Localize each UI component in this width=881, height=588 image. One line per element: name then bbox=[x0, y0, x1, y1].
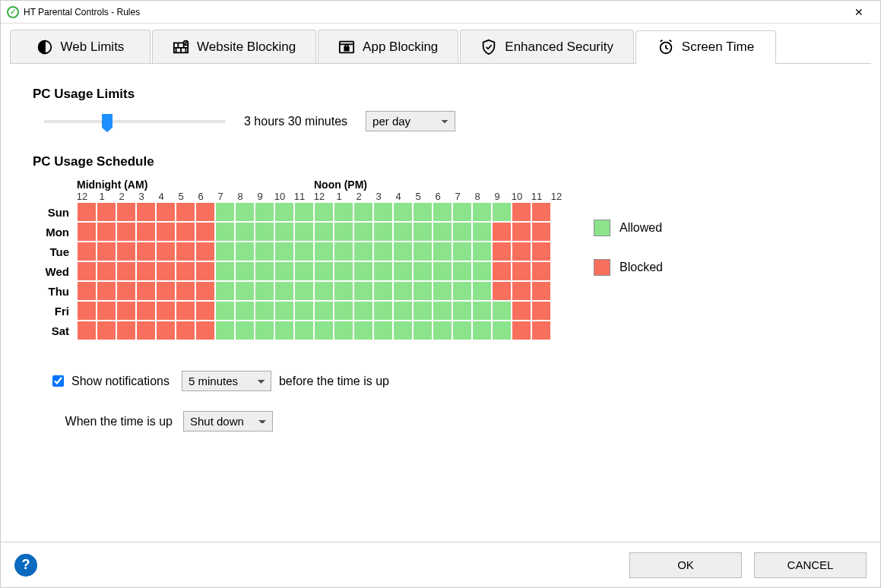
schedule-cell[interactable] bbox=[531, 202, 551, 222]
schedule-cell[interactable] bbox=[235, 261, 255, 281]
schedule-cell[interactable] bbox=[512, 202, 531, 222]
schedule-cell[interactable] bbox=[294, 321, 314, 340]
schedule-cell[interactable] bbox=[334, 321, 353, 340]
schedule-cell[interactable] bbox=[314, 242, 334, 261]
schedule-cell[interactable] bbox=[176, 301, 195, 321]
schedule-cell[interactable] bbox=[531, 301, 551, 321]
schedule-cell[interactable] bbox=[235, 281, 255, 301]
schedule-cell[interactable] bbox=[176, 202, 195, 222]
schedule-cell[interactable] bbox=[274, 202, 294, 222]
schedule-cell[interactable] bbox=[334, 242, 353, 261]
schedule-cell[interactable] bbox=[195, 321, 215, 340]
schedule-cell[interactable] bbox=[136, 242, 156, 261]
schedule-cell[interactable] bbox=[452, 301, 472, 321]
schedule-cell[interactable] bbox=[116, 321, 136, 340]
schedule-cell[interactable] bbox=[314, 202, 334, 222]
schedule-cell[interactable] bbox=[413, 261, 433, 281]
schedule-cell[interactable] bbox=[353, 281, 373, 301]
schedule-cell[interactable] bbox=[413, 301, 433, 321]
schedule-cell[interactable] bbox=[97, 222, 116, 242]
schedule-cell[interactable] bbox=[393, 222, 413, 242]
schedule-cell[interactable] bbox=[512, 321, 531, 340]
schedule-cell[interactable] bbox=[472, 301, 492, 321]
schedule-cell[interactable] bbox=[353, 222, 373, 242]
schedule-cell[interactable] bbox=[156, 242, 176, 261]
schedule-cell[interactable] bbox=[176, 321, 195, 340]
schedule-cell[interactable] bbox=[294, 202, 314, 222]
schedule-cell[interactable] bbox=[334, 281, 353, 301]
schedule-cell[interactable] bbox=[235, 301, 255, 321]
schedule-cell[interactable] bbox=[116, 261, 136, 281]
schedule-cell[interactable] bbox=[235, 242, 255, 261]
schedule-cell[interactable] bbox=[294, 281, 314, 301]
schedule-cell[interactable] bbox=[255, 202, 274, 222]
show-notifications-checkbox[interactable] bbox=[52, 375, 64, 387]
schedule-cell[interactable] bbox=[393, 202, 413, 222]
schedule-cell[interactable] bbox=[215, 301, 235, 321]
schedule-grid[interactable]: SunMonTueWedThuFriSat bbox=[33, 202, 566, 340]
schedule-cell[interactable] bbox=[77, 301, 97, 321]
schedule-cell[interactable] bbox=[156, 321, 176, 340]
schedule-cell[interactable] bbox=[97, 242, 116, 261]
schedule-cell[interactable] bbox=[215, 321, 235, 340]
schedule-cell[interactable] bbox=[235, 222, 255, 242]
schedule-cell[interactable] bbox=[433, 281, 452, 301]
schedule-cell[interactable] bbox=[334, 301, 353, 321]
schedule-cell[interactable] bbox=[433, 202, 452, 222]
schedule-cell[interactable] bbox=[512, 261, 531, 281]
schedule-cell[interactable] bbox=[215, 202, 235, 222]
schedule-cell[interactable] bbox=[136, 321, 156, 340]
schedule-cell[interactable] bbox=[472, 321, 492, 340]
schedule-cell[interactable] bbox=[136, 301, 156, 321]
schedule-cell[interactable] bbox=[393, 301, 413, 321]
schedule-cell[interactable] bbox=[433, 261, 452, 281]
schedule-cell[interactable] bbox=[531, 321, 551, 340]
usage-limit-period-select[interactable]: per day bbox=[366, 111, 455, 131]
schedule-cell[interactable] bbox=[452, 222, 472, 242]
schedule-cell[interactable] bbox=[492, 202, 512, 222]
schedule-cell[interactable] bbox=[215, 261, 235, 281]
schedule-cell[interactable] bbox=[215, 222, 235, 242]
schedule-cell[interactable] bbox=[294, 301, 314, 321]
schedule-cell[interactable] bbox=[531, 242, 551, 261]
schedule-cell[interactable] bbox=[116, 202, 136, 222]
schedule-cell[interactable] bbox=[156, 301, 176, 321]
cancel-button[interactable]: CANCEL bbox=[754, 552, 867, 578]
schedule-cell[interactable] bbox=[472, 261, 492, 281]
schedule-cell[interactable] bbox=[492, 222, 512, 242]
schedule-cell[interactable] bbox=[353, 261, 373, 281]
schedule-cell[interactable] bbox=[353, 202, 373, 222]
schedule-cell[interactable] bbox=[393, 261, 413, 281]
schedule-cell[interactable] bbox=[433, 301, 452, 321]
schedule-cell[interactable] bbox=[255, 261, 274, 281]
schedule-cell[interactable] bbox=[531, 222, 551, 242]
schedule-cell[interactable] bbox=[294, 242, 314, 261]
schedule-cell[interactable] bbox=[492, 261, 512, 281]
schedule-cell[interactable] bbox=[255, 281, 274, 301]
schedule-cell[interactable] bbox=[215, 242, 235, 261]
schedule-cell[interactable] bbox=[274, 261, 294, 281]
schedule-cell[interactable] bbox=[235, 321, 255, 340]
schedule-cell[interactable] bbox=[373, 222, 393, 242]
schedule-cell[interactable] bbox=[97, 301, 116, 321]
schedule-cell[interactable] bbox=[433, 222, 452, 242]
schedule-cell[interactable] bbox=[195, 301, 215, 321]
usage-limit-slider[interactable] bbox=[43, 120, 226, 123]
schedule-cell[interactable] bbox=[452, 261, 472, 281]
schedule-cell[interactable] bbox=[274, 301, 294, 321]
schedule-cell[interactable] bbox=[255, 222, 274, 242]
schedule-cell[interactable] bbox=[294, 222, 314, 242]
show-notifications-label[interactable]: Show notifications bbox=[71, 375, 170, 388]
schedule-cell[interactable] bbox=[393, 242, 413, 261]
schedule-cell[interactable] bbox=[452, 202, 472, 222]
schedule-cell[interactable] bbox=[492, 301, 512, 321]
schedule-cell[interactable] bbox=[413, 281, 433, 301]
schedule-cell[interactable] bbox=[255, 321, 274, 340]
schedule-cell[interactable] bbox=[413, 222, 433, 242]
schedule-cell[interactable] bbox=[393, 281, 413, 301]
schedule-cell[interactable] bbox=[334, 261, 353, 281]
help-button[interactable]: ? bbox=[14, 554, 37, 577]
schedule-cell[interactable] bbox=[294, 261, 314, 281]
schedule-cell[interactable] bbox=[373, 281, 393, 301]
schedule-cell[interactable] bbox=[77, 321, 97, 340]
